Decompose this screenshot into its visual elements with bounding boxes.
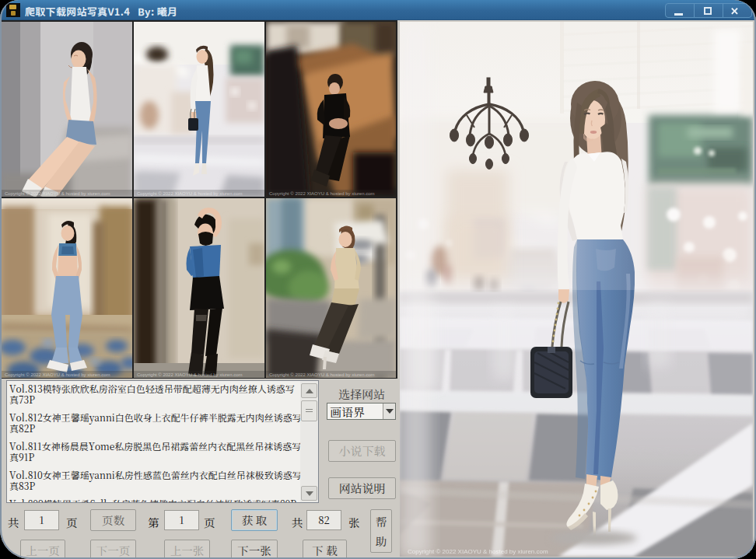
svg-text:Copyright © 2022 XIAOYU & host: Copyright © 2022 XIAOYU & hosted by xiur…	[137, 372, 243, 377]
svg-text:Copyright © 2022 XIAOYU & host: Copyright © 2022 XIAOYU & hosted by xiur…	[408, 548, 548, 555]
svg-text:Copyright © 2022 XIAOYU & host: Copyright © 2022 XIAOYU & hosted by xiur…	[5, 191, 110, 196]
svg-text:Copyright © 2022 XIAOYU & host: Copyright © 2022 XIAOYU & hosted by xiur…	[5, 372, 110, 377]
svg-text:Copyright © 2022 XIAOYU & host: Copyright © 2022 XIAOYU & hosted by xiur…	[269, 191, 375, 196]
svg-text:Copyright © 2022 XIAOYU & host: Copyright © 2022 XIAOYU & hosted by xiur…	[269, 372, 375, 377]
svg-text:Copyright © 2022 XIAOYU & host: Copyright © 2022 XIAOYU & hosted by xiur…	[137, 191, 243, 196]
